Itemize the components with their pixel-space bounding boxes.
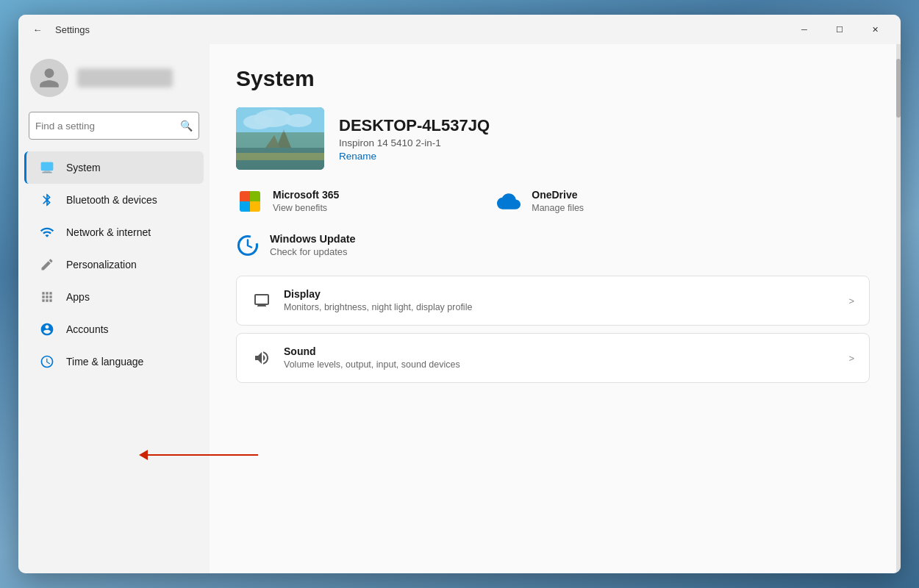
sidebar-item-time-label: Time & language [66, 356, 143, 368]
display-text: Display Monitors, brightness, night ligh… [284, 288, 837, 313]
sound-card[interactable]: Sound Volume levels, output, input, soun… [236, 333, 870, 383]
settings-window: ← Settings ─ ☐ ✕ [18, 15, 901, 573]
username-display [77, 68, 173, 87]
scrollbar-track[interactable] [896, 44, 901, 573]
update-circle-icon [237, 234, 259, 257]
sidebar-item-system-label: System [66, 162, 101, 173]
page-title: System [236, 66, 870, 91]
maximize-button[interactable]: ☐ [823, 18, 857, 41]
sidebar-item-time[interactable]: Time & language [24, 345, 204, 378]
close-button[interactable]: ✕ [858, 18, 892, 41]
device-model: Inspiron 14 5410 2-in-1 [339, 137, 490, 148]
device-info: DESKTOP-4L537JQ Inspiron 14 5410 2-in-1 … [339, 116, 490, 162]
sidebar-item-system[interactable]: System [24, 151, 204, 184]
device-rename-link[interactable]: Rename [339, 151, 490, 162]
main-content: System [210, 44, 896, 573]
ms365-subtitle: View benefits [273, 203, 327, 213]
search-input[interactable] [35, 121, 176, 132]
onedrive-icon [497, 190, 521, 213]
title-bar: ← Settings ─ ☐ ✕ [18, 15, 901, 44]
device-illustration [236, 107, 324, 170]
sidebar-item-accounts[interactable]: Accounts [24, 313, 204, 345]
svg-rect-3 [236, 107, 324, 170]
minimize-button[interactable]: ─ [787, 18, 821, 41]
onedrive-link[interactable]: OneDrive Manage files [495, 187, 584, 215]
avatar [30, 59, 68, 97]
display-card[interactable]: Display Monitors, brightness, night ligh… [236, 276, 870, 326]
bluetooth-icon [38, 191, 56, 209]
back-button[interactable]: ← [27, 19, 48, 40]
display-subtitle: Monitors, brightness, night light, displ… [284, 302, 472, 312]
ms365-title: Microsoft 365 [273, 189, 339, 201]
sound-subtitle: Volume levels, output, input, sound devi… [284, 359, 460, 370]
sidebar-item-network-label: Network & internet [66, 226, 151, 238]
onedrive-icon-container [495, 187, 523, 215]
svg-point-5 [254, 110, 291, 127]
sidebar: 🔍 System Bluetooth & devices [18, 44, 210, 573]
windows-update-title: Windows Update [270, 233, 356, 245]
apps-icon [38, 288, 56, 306]
windows-update-icon [236, 234, 260, 257]
microsoft-flag-icon [240, 191, 260, 212]
sidebar-item-bluetooth-label: Bluetooth & devices [66, 194, 157, 206]
window-body: 🔍 System Bluetooth & devices [18, 44, 901, 573]
display-chevron-icon: > [848, 295, 854, 306]
sidebar-item-apps-label: Apps [66, 291, 90, 303]
sidebar-item-personalization[interactable]: Personalization [24, 248, 204, 281]
onedrive-text: OneDrive Manage files [532, 189, 584, 214]
windows-update-text: Windows Update Check for updates [270, 233, 356, 258]
display-title: Display [284, 288, 837, 300]
svg-rect-1 [44, 171, 50, 172]
svg-rect-2 [42, 172, 51, 173]
quick-links: Microsoft 365 View benefits OneDrive Man… [236, 187, 870, 215]
svg-rect-7 [236, 148, 324, 170]
ms365-text: Microsoft 365 View benefits [273, 189, 339, 214]
user-icon [37, 66, 61, 90]
windows-update-subtitle: Check for updates [270, 246, 348, 257]
sidebar-item-bluetooth[interactable]: Bluetooth & devices [24, 184, 204, 216]
sound-chevron-icon: > [848, 353, 854, 364]
time-icon [38, 353, 56, 370]
network-icon [38, 223, 56, 241]
sound-title: Sound [284, 345, 837, 357]
sidebar-item-apps[interactable]: Apps [24, 281, 204, 313]
sidebar-item-network[interactable]: Network & internet [24, 216, 204, 248]
display-icon [251, 290, 272, 311]
svg-point-4 [243, 115, 273, 129]
sound-icon [251, 348, 272, 368]
title-bar-left: ← Settings [27, 19, 90, 40]
svg-marker-8 [276, 129, 291, 148]
device-name: DESKTOP-4L537JQ [339, 116, 490, 135]
svg-rect-0 [41, 162, 54, 171]
sidebar-item-personalization-label: Personalization [66, 259, 137, 270]
user-profile[interactable] [18, 51, 210, 112]
sound-text: Sound Volume levels, output, input, soun… [284, 345, 837, 370]
search-container: 🔍 [18, 112, 210, 151]
window-title: Settings [55, 24, 90, 35]
onedrive-title: OneDrive [532, 189, 584, 201]
sidebar-item-accounts-label: Accounts [66, 323, 109, 335]
svg-marker-9 [265, 135, 280, 148]
windows-update-row[interactable]: Windows Update Check for updates [236, 233, 870, 258]
scrollbar-thumb[interactable] [896, 59, 901, 118]
personalization-icon [38, 256, 56, 273]
search-icon: 🔍 [180, 120, 193, 132]
svg-rect-10 [236, 153, 324, 160]
sidebar-nav: System Bluetooth & devices Network & int… [18, 151, 210, 378]
svg-point-6 [285, 114, 312, 127]
search-box[interactable]: 🔍 [29, 112, 199, 140]
window-controls: ─ ☐ ✕ [787, 18, 892, 41]
device-image [236, 107, 324, 170]
accounts-icon [38, 320, 56, 338]
ms365-link[interactable]: Microsoft 365 View benefits [236, 187, 339, 215]
ms365-icon [236, 187, 264, 215]
onedrive-subtitle: Manage files [532, 203, 584, 213]
system-icon [38, 159, 56, 176]
device-card: DESKTOP-4L537JQ Inspiron 14 5410 2-in-1 … [236, 107, 870, 170]
